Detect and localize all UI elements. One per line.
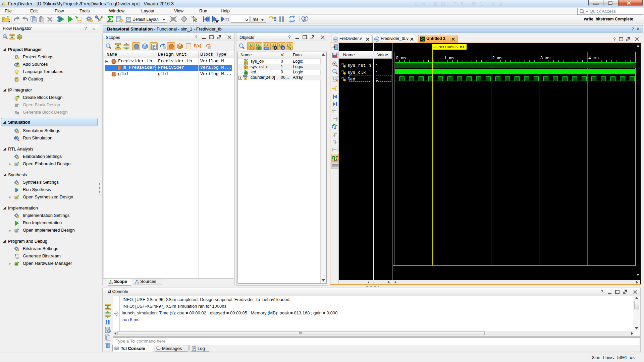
svg-text:?: ?: [613, 37, 616, 42]
svg-text:I: I: [245, 67, 246, 69]
svg-text:0 ms: 0 ms: [396, 56, 406, 61]
svg-text:?: ?: [288, 35, 291, 40]
svg-text:3 ms: 3 ms: [540, 56, 551, 61]
svg-text:1 ms: 1 ms: [444, 56, 454, 61]
svg-text:A: A: [108, 330, 110, 333]
svg-text:O: O: [258, 47, 260, 50]
svg-text:ve: ve: [375, 38, 378, 41]
svg-text:?: ?: [601, 290, 603, 294]
svg-text:101: 101: [16, 257, 18, 258]
svg-text:ve: ve: [334, 38, 337, 41]
svg-text:?: ?: [195, 35, 198, 40]
svg-text:O: O: [245, 72, 247, 74]
svg-text:I: I: [251, 47, 251, 50]
svg-text:I: I: [245, 61, 246, 64]
svg-text:I/O: I/O: [265, 48, 267, 50]
svg-text:0.781188285 ms: 0.781188285 ms: [433, 45, 464, 49]
svg-text:V: V: [289, 46, 291, 50]
svg-text:4 ms: 4 ms: [588, 56, 599, 61]
svg-text:(T): (T): [224, 17, 229, 21]
svg-text:101: 101: [78, 20, 81, 22]
svg-text:V: V: [245, 77, 247, 80]
svg-text:C: C: [282, 46, 284, 50]
svg-text:2 ms: 2 ms: [492, 56, 502, 61]
